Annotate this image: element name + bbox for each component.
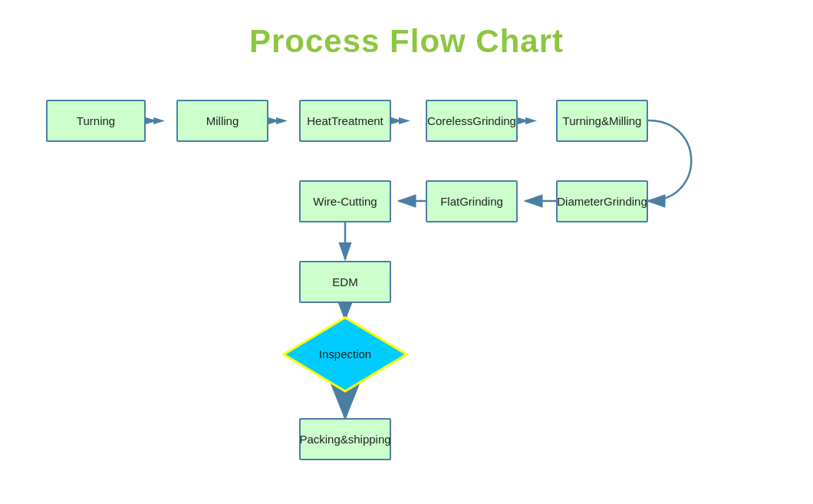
box-coreless-grinding: CorelessGrinding — [426, 100, 518, 142]
box-diameter-grinding: DiameterGrinding — [556, 180, 648, 222]
arrow-turning-milling — [146, 117, 165, 124]
box-edm: EDM — [299, 261, 391, 303]
box-packing: Packing&shipping — [299, 418, 391, 460]
svg-marker-6 — [391, 117, 403, 124]
svg-marker-3 — [153, 117, 165, 124]
box-turning: Turning — [46, 100, 146, 142]
svg-marker-9 — [525, 117, 537, 124]
arrow-heat-coreless — [391, 117, 410, 124]
svg-marker-2 — [146, 117, 157, 124]
chart-container: Process Flow Chart — [0, 0, 813, 504]
page-title: Process Flow Chart — [0, 0, 813, 60]
curve-arrow-row1-row2 — [648, 120, 691, 201]
inspection-diamond — [284, 318, 406, 391]
svg-marker-7 — [399, 117, 410, 124]
box-wire-cutting: Wire-Cutting — [299, 180, 391, 222]
box-flat-grinding: FlatGrinding — [426, 180, 518, 222]
arrows-svg: Inspection — [0, 0, 813, 504]
box-turning-milling: Turning&Milling — [556, 100, 648, 142]
svg-marker-4 — [268, 117, 280, 124]
box-heat-treatment: HeatTreatment — [299, 100, 391, 142]
arrow-coreless-turning-milling — [518, 117, 537, 124]
arrow-milling-heat — [268, 117, 288, 124]
svg-marker-8 — [518, 117, 529, 124]
inspection-label: Inspection — [319, 348, 371, 361]
svg-marker-5 — [276, 117, 288, 124]
box-milling: Milling — [176, 100, 268, 142]
